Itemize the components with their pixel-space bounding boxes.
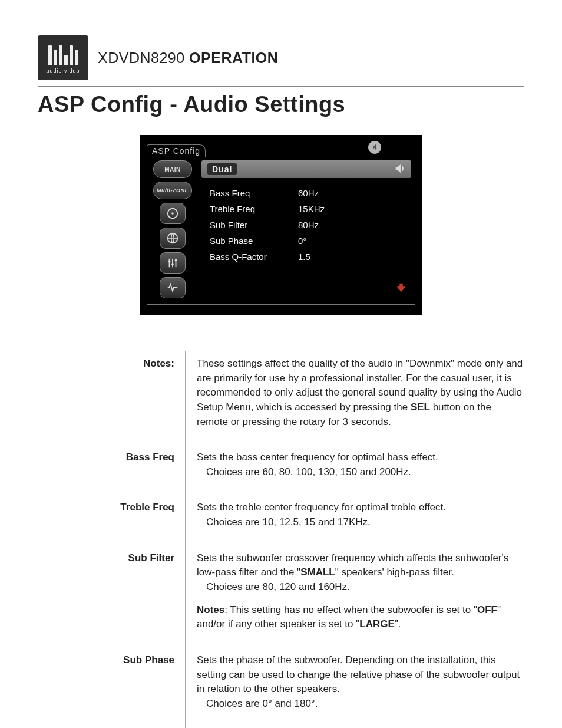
svg-point-3 bbox=[168, 260, 171, 262]
scroll-down-arrow-icon[interactable] bbox=[395, 281, 408, 297]
row-value: 80Hz bbox=[298, 220, 319, 230]
asp-config-tab[interactable]: ASP Config bbox=[147, 144, 206, 157]
text-span: Sets the phase of the subwoofer. Dependi… bbox=[197, 653, 524, 697]
sidebar-disc-icon[interactable] bbox=[160, 203, 186, 224]
asp-tab-bar: ASP Config bbox=[147, 141, 415, 154]
operation-word: OPERATION bbox=[189, 50, 278, 66]
off-bold: OFF bbox=[477, 604, 497, 615]
sidebar-main-button[interactable]: MAIN bbox=[153, 160, 192, 178]
asp-main-panel: Dual Bass Freq 60Hz Treble Freq 15KHz bbox=[198, 154, 415, 304]
svg-point-5 bbox=[175, 259, 177, 262]
row-treble-freq[interactable]: Treble Freq 15KHz bbox=[210, 201, 403, 217]
sidebar-globe-icon[interactable] bbox=[160, 228, 186, 249]
text-span: " speakers' high-pass filter. bbox=[335, 566, 454, 578]
bluetooth-icon bbox=[368, 141, 381, 154]
large-bold: LARGE bbox=[359, 618, 395, 630]
def-body-sub-phase: Sets the phase of the subwoofer. Dependi… bbox=[186, 647, 524, 727]
asp-sidebar: MAIN Multi-ZONE bbox=[147, 154, 198, 304]
sidebar-sliders-icon[interactable] bbox=[160, 252, 186, 274]
row-value: 1.5 bbox=[298, 252, 310, 262]
def-label-treble-freq: Treble Freq bbox=[38, 495, 186, 545]
row-bass-freq[interactable]: Bass Freq 60Hz bbox=[210, 185, 403, 201]
row-bass-q-factor[interactable]: Bass Q-Factor 1.5 bbox=[210, 249, 403, 265]
sidebar-wave-icon[interactable] bbox=[160, 277, 186, 298]
text-span: Sets the bass center frequency for optim… bbox=[197, 450, 524, 465]
sidebar-multizone-button[interactable]: Multi-ZONE bbox=[153, 182, 192, 199]
svg-point-1 bbox=[171, 212, 174, 215]
def-body-bass-freq: Sets the bass center frequency for optim… bbox=[186, 444, 524, 495]
row-label: Treble Freq bbox=[210, 204, 298, 214]
row-sub-phase[interactable]: Sub Phase 0° bbox=[210, 233, 403, 249]
manual-page: audio·video XDVDN8290 OPERATION ASP Conf… bbox=[0, 0, 562, 728]
model-number: XDVDN8290 bbox=[98, 50, 185, 66]
row-label: Bass Freq bbox=[210, 188, 298, 198]
header-title: XDVDN8290 OPERATION bbox=[98, 50, 278, 67]
settings-list: Bass Freq 60Hz Treble Freq 15KHz Sub Fil… bbox=[201, 185, 411, 265]
def-body-sub-filter: Sets the subwoofer crossover frequency w… bbox=[186, 545, 524, 647]
sel-bold: SEL bbox=[411, 401, 430, 413]
text-span: : This setting has no effect when the su… bbox=[224, 604, 477, 615]
sub-filter-note: Notes: This setting has no effect when t… bbox=[197, 603, 524, 632]
def-bass-freq: Bass Freq Sets the bass center frequency… bbox=[38, 444, 524, 495]
sub-filter-line: Sets the subwoofer crossover frequency w… bbox=[197, 551, 524, 580]
def-notes: Notes: These settings affect the quality… bbox=[38, 351, 524, 444]
def-label-sub-filter: Sub Filter bbox=[38, 545, 186, 647]
notes-bold: Notes bbox=[197, 604, 224, 615]
row-value: 0° bbox=[298, 236, 306, 246]
def-label-notes: Notes: bbox=[38, 351, 186, 444]
def-label-sub-phase: Sub Phase bbox=[38, 647, 186, 727]
brand-bar: Dual bbox=[201, 160, 411, 178]
row-value: 15KHz bbox=[298, 204, 325, 214]
device-screenshot: ASP Config MAIN Multi-ZONE bbox=[140, 135, 422, 315]
row-sub-filter[interactable]: Sub Filter 80Hz bbox=[210, 217, 403, 233]
row-value: 60Hz bbox=[298, 188, 319, 198]
asp-body: MAIN Multi-ZONE Dual bbox=[147, 154, 415, 305]
definitions-table: Notes: These settings affect the quality… bbox=[38, 351, 524, 728]
logo-subtext: audio·video bbox=[46, 68, 80, 74]
def-body-treble-freq: Sets the treble center frequency for opt… bbox=[186, 495, 524, 545]
def-body-notes: These settings affect the quality of the… bbox=[186, 351, 524, 444]
row-label: Sub Filter bbox=[210, 220, 298, 230]
text-span: Sets the treble center frequency for opt… bbox=[197, 500, 524, 515]
text-span: ". bbox=[395, 618, 401, 630]
svg-point-4 bbox=[171, 263, 174, 266]
brand-logo: audio·video bbox=[38, 35, 88, 80]
row-label: Sub Phase bbox=[210, 236, 298, 246]
small-bold: SMALL bbox=[300, 566, 335, 578]
section-title: ASP Config - Audio Settings bbox=[38, 92, 524, 117]
choices-text: Choices are 0° and 180°. bbox=[197, 697, 524, 711]
choices-text: Choices are 80, 120 and 160Hz. bbox=[197, 580, 524, 595]
def-sub-phase: Sub Phase Sets the phase of the subwoofe… bbox=[38, 647, 524, 727]
choices-text: Choices are 10, 12.5, 15 and 17KHz. bbox=[197, 515, 524, 530]
def-treble-freq: Treble Freq Sets the treble center frequ… bbox=[38, 495, 524, 545]
logo-bars-icon bbox=[48, 42, 78, 65]
def-label-bass-freq: Bass Freq bbox=[38, 444, 186, 495]
header-divider bbox=[38, 86, 524, 87]
row-label: Bass Q-Factor bbox=[210, 252, 298, 262]
mute-icon[interactable] bbox=[394, 162, 408, 176]
def-sub-filter: Sub Filter Sets the subwoofer crossover … bbox=[38, 545, 524, 647]
brand-badge: Dual bbox=[207, 163, 237, 175]
choices-text: Choices are 60, 80, 100, 130, 150 and 20… bbox=[197, 465, 524, 480]
page-header: audio·video XDVDN8290 OPERATION bbox=[38, 35, 524, 80]
